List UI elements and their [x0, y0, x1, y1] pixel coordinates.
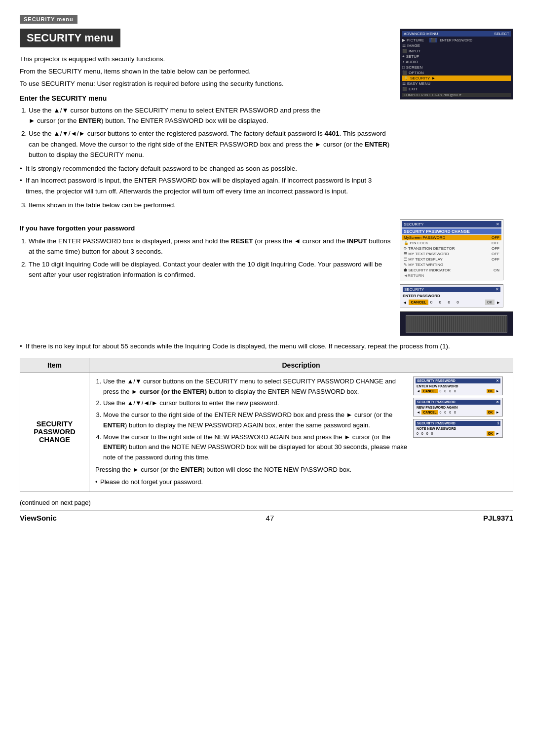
bullet-1: It is strongly recommended the factory d… — [20, 163, 390, 174]
s2-cancel[interactable]: CANCEL — [421, 410, 438, 415]
footer-bullet: If there is no key input for about 55 se… — [20, 341, 513, 352]
mid-screenshots: SECURITY ✕ SECURITY PASSWORD CHANGE MySc… — [400, 219, 513, 338]
pwd-row: ◄ CANCEL 0 0 0 0 OK ► — [403, 300, 500, 305]
model-label: PJL9371 — [483, 514, 513, 522]
page-number: 47 — [266, 514, 274, 522]
s3-label: NOTE NEW PASSWORD — [416, 427, 500, 430]
menu-bar: ADVANCED MENU SELECT — [402, 31, 511, 37]
sec-item-1: MyScreen PASSWORDOFF — [402, 235, 501, 240]
bullet-2: If an incorrect password is input, the E… — [20, 175, 390, 196]
menu-item-setup: +SETUP — [402, 54, 511, 59]
intro-p3: To use SECURITY menu: User registration … — [20, 79, 390, 89]
step-1: Use the ▲/▼ cursor buttons on the SECURI… — [29, 105, 390, 126]
s3-row: 0 0 0 0 OK ► — [416, 431, 500, 436]
advanced-menu-mockup: ADVANCED MENU SELECT ▶PICTURE ⬛ ENTER PA… — [400, 29, 513, 100]
forgotten-step-2: The 10 digit Inquiring Code will be disp… — [29, 259, 392, 280]
proj-strip-inner — [406, 315, 507, 333]
s3-header: SECURITY PASSWORD ℹ — [416, 421, 500, 426]
table-col1: Item — [20, 358, 89, 372]
pwd-dots: 0 0 0 0 — [430, 300, 460, 304]
password-entry-mockup: SECURITY ✕ ENTER PASSWORD ◄ CANCEL 0 0 0… — [400, 284, 503, 307]
page-container: SECURITY menu SECURITY menu This project… — [0, 0, 533, 532]
forgotten-heading: If you have forgotten your password — [20, 223, 392, 234]
menu-select: SELECT — [494, 32, 509, 36]
proj-strip — [400, 311, 513, 336]
main-table: Item Description SECURITYPASSWORDCHANGE … — [20, 358, 513, 492]
page-title: SECURITY menu — [20, 29, 120, 47]
item-label: SECURITYPASSWORDCHANGE — [34, 420, 75, 444]
sec-item-5: ☰ MY TEXT DISPLAYOFF — [402, 257, 501, 262]
footer-bullet-text: If there is no key input for about 55 se… — [20, 341, 513, 352]
s2-row: ◄ CANCEL 0 0 0 0 OK ► — [416, 410, 500, 415]
table-item-cell: SECURITYPASSWORDCHANGE — [20, 372, 89, 491]
desc-bullet: Please do not forget your password. — [95, 477, 408, 488]
table-screens: SECURITY PASSWORD ✕ ENTER NEW PASSWORD ◄… — [413, 377, 507, 488]
enter-new-pwd-mockup: SECURITY PASSWORD ✕ ENTER NEW PASSWORD ◄… — [413, 377, 503, 395]
mid-section: If you have forgotten your password Whil… — [20, 219, 513, 338]
menu-item-audio: ♪AUDIO — [402, 59, 511, 65]
cancel-btn[interactable]: CANCEL — [409, 300, 428, 305]
step-2: Use the ▲/▼/◄/► cursor buttons to enter … — [29, 128, 390, 160]
desc-step-5: Pressing the ► cursor (or the ENTER) but… — [95, 465, 408, 475]
pwd-label: ENTER PASSWORD — [403, 294, 500, 298]
sec-item-7: ⬟ SECURITY INDICATORON — [402, 267, 501, 273]
desc-step-4: Move the cursor to the right side of the… — [103, 432, 408, 463]
menu-item-security: 🔒SECURITY► — [402, 76, 511, 81]
continued-text: (continued on next page) — [20, 499, 91, 506]
step-3: Items shown in the table below can be pe… — [29, 200, 390, 211]
forgotten-text: If you have forgotten your password Whil… — [20, 219, 392, 338]
s1-header: SECURITY PASSWORD ✕ — [416, 378, 500, 383]
sec-item-4: ☰ MY TEXT PASSWORDOFF — [402, 251, 501, 257]
sec-item-3: ⟳ TRANSITION DETECTOROFF — [402, 246, 501, 251]
sec-item-2: 🔒 PIN LOCKOFF — [402, 240, 501, 246]
s2-dots: 0 0 0 0 — [440, 411, 457, 414]
menu-title: ADVANCED MENU — [404, 32, 438, 36]
table-desc: Use the ▲/▼ cursor buttons on the SECURI… — [95, 377, 507, 488]
desc-step-1: Use the ▲/▼ cursor buttons on the SECURI… — [103, 377, 408, 397]
sec-menu-return: ◄RETURN — [402, 273, 501, 278]
table-row: SECURITYPASSWORDCHANGE Use the ▲/▼ curso… — [20, 372, 513, 491]
menu-item-picture: ▶PICTURE ⬛ ENTER PASSWORD — [402, 38, 511, 43]
menu-item-input: ⬛INPUT — [402, 48, 511, 54]
menu-item-exit: ⬛EXIT — [402, 86, 511, 92]
security-menu-mockup: SECURITY ✕ SECURITY PASSWORD CHANGE MySc… — [400, 219, 503, 280]
menu-item-option: ⬛OPTION — [402, 70, 511, 76]
new-pwd-again-mockup: SECURITY PASSWORD ✕ NEW PASSWORD AGAIN ◄… — [413, 398, 503, 416]
table-col2: Description — [89, 358, 513, 372]
enter-security-heading: Enter the SECURITY menu — [20, 94, 390, 102]
s1-dots: 0 0 0 0 — [440, 389, 457, 393]
s3-ok[interactable]: OK — [487, 431, 495, 436]
desc-step-2: Use the ▲/▼/◄/► cursor buttons to enter … — [103, 398, 408, 409]
forgotten-step-1: While the ENTER PASSWORD box is displaye… — [29, 236, 392, 257]
menu-item-image: ☷IMAGE — [402, 43, 511, 48]
s3-dots: 0 0 0 0 — [417, 432, 434, 435]
steps-container: Use the ▲/▼ cursor buttons on the SECURI… — [20, 105, 390, 210]
pwd-title: SECURITY — [404, 287, 424, 292]
sec-item-6: ✎ MY TEXT WRITING — [402, 262, 501, 267]
status-bar: COMPUTER IN 1 1024 x 768 @60Hz — [402, 93, 511, 97]
desc-step-3: Move the cursor to the right side of the… — [103, 410, 408, 431]
sec-menu-title: SECURITY PASSWORD CHANGE — [402, 228, 501, 234]
note-new-pwd-mockup: SECURITY PASSWORD ℹ NOTE NEW PASSWORD 0 … — [413, 419, 503, 438]
bottom-bar: (continued on next page) — [20, 497, 513, 508]
s1-cancel[interactable]: CANCEL — [421, 389, 438, 393]
intro-text: This projector is equipped with security… — [20, 54, 390, 89]
breadcrumb: SECURITY menu — [20, 15, 77, 24]
s2-header: SECURITY PASSWORD ✕ — [416, 400, 500, 405]
intro-p1: This projector is equipped with security… — [20, 54, 390, 65]
menu-item-screen: □SCREEN — [402, 65, 511, 70]
s1-row: ◄ CANCEL 0 0 0 0 OK ► — [416, 389, 500, 393]
s1-label: ENTER NEW PASSWORD — [416, 384, 500, 388]
intro-p2: From the SECURITY menu, items shown in t… — [20, 67, 390, 77]
menu-item-easy: ☰EASY MENU — [402, 81, 511, 86]
s2-ok[interactable]: OK — [487, 410, 495, 415]
brand-label: ViewSonic — [20, 514, 57, 522]
sec-menu-header: SECURITY ✕ — [402, 221, 501, 227]
table-desc-text: Use the ▲/▼ cursor buttons on the SECURI… — [95, 377, 408, 488]
table-desc-cell: Use the ▲/▼ cursor buttons on the SECURI… — [89, 372, 513, 491]
ok-btn[interactable]: OK — [485, 300, 495, 305]
intro-screenshot: ADVANCED MENU SELECT ▶PICTURE ⬛ ENTER PA… — [400, 29, 513, 103]
s1-ok[interactable]: OK — [487, 389, 495, 393]
s2-label: NEW PASSWORD AGAIN — [416, 406, 500, 409]
